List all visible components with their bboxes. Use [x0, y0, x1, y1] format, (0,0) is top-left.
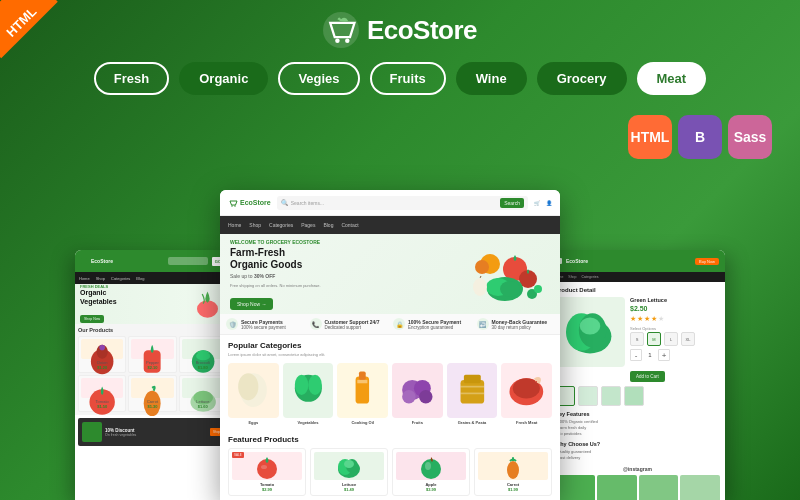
star-2: ★ — [637, 315, 643, 323]
svg-point-29 — [294, 375, 308, 395]
category-fruits[interactable]: Fruits — [392, 363, 443, 425]
left-promo-img — [82, 422, 102, 442]
product-thumbnails — [555, 386, 720, 406]
nav-pill-fresh[interactable]: Fresh — [94, 62, 169, 95]
grains-name: Grains & Pasta — [447, 420, 498, 425]
nav-pill-wine[interactable]: Wine — [456, 62, 527, 95]
svg-point-14 — [231, 205, 233, 207]
svg-point-36 — [402, 390, 416, 404]
instagram-section: @instagram — [555, 466, 720, 500]
center-search-text: Search items... — [291, 200, 324, 206]
star-1: ★ — [630, 315, 636, 323]
thumb-4[interactable] — [624, 386, 644, 406]
option-m[interactable]: M — [647, 332, 661, 346]
left-nav-shop: Shop — [96, 276, 105, 281]
qty-minus[interactable]: - — [630, 349, 642, 361]
feat-lettuce[interactable]: Lettuce $1.49 — [310, 448, 388, 496]
star-5: ★ — [658, 315, 664, 323]
center-nav-home[interactable]: Home — [228, 222, 241, 228]
center-logo: EcoStore — [228, 198, 271, 208]
left-product-4[interactable]: Carrot $1.30 — [128, 375, 176, 412]
hero-btn[interactable]: Shop Now → — [230, 298, 273, 310]
key-features-section: Key Features • 100% Organic certified• F… — [555, 411, 720, 437]
nav-pill-vegies[interactable]: Vegies — [278, 62, 359, 95]
right-nav-shop: Shop — [568, 275, 576, 279]
right-buy-btn[interactable]: Buy Now — [695, 258, 719, 265]
center-features: 🛡️ Secure Payments 100% secure payment 📞… — [220, 314, 560, 335]
left-banner-btn[interactable]: Shop Now — [80, 315, 104, 323]
feat-carrot-img — [478, 452, 548, 480]
option-l[interactable]: L — [664, 332, 678, 346]
pd-options-label: Select Options — [630, 326, 720, 331]
right-nav: Home Shop Categories — [550, 272, 725, 282]
left-product-0[interactable]: Onion $1.20 — [78, 336, 126, 373]
logo-icon — [323, 12, 359, 48]
fruits-name: Fruits — [392, 420, 443, 425]
feat-tomato[interactable]: SALE Tomato $2.99 — [228, 448, 306, 496]
product-info: Green Lettuce $2.50 ★ ★ ★ ★ ★ Select Opt… — [630, 297, 720, 382]
left-p3-img — [81, 378, 123, 398]
option-s[interactable]: S — [630, 332, 644, 346]
hero-vegetables-svg — [460, 239, 550, 309]
qty-value: 1 — [645, 352, 655, 358]
feat-lettuce-img — [314, 452, 384, 480]
left-p2-img — [182, 339, 224, 359]
svg-point-6 — [99, 345, 105, 351]
svg-point-27 — [238, 373, 258, 400]
svg-rect-33 — [358, 380, 368, 383]
feature-return-desc: 30 day return policy — [492, 325, 548, 330]
add-to-cart-button[interactable]: Add to Cart — [630, 371, 665, 382]
nav-pills: Fresh Organic Vegies Fruits Wine Grocery… — [94, 62, 706, 95]
nav-pill-organic[interactable]: Organic — [179, 62, 268, 95]
center-account-icon: 👤 — [546, 200, 552, 206]
veg-img — [283, 363, 334, 418]
hero-image — [460, 239, 550, 309]
center-nav-pages[interactable]: Pages — [301, 222, 315, 228]
left-screen-header: EcoStore GO — [75, 250, 230, 272]
thumb-2[interactable] — [578, 386, 598, 406]
category-grains[interactable]: Grains & Pasta — [447, 363, 498, 425]
right-section-title: Product Detail — [555, 287, 720, 293]
nav-pill-fruits[interactable]: Fruits — [370, 62, 446, 95]
left-product-1[interactable]: Pepper $2.10 — [128, 336, 176, 373]
center-nav-categories[interactable]: Categories — [269, 222, 293, 228]
left-product-3[interactable]: Tomato $1.50 — [78, 375, 126, 412]
oil-img — [337, 363, 388, 418]
center-search[interactable]: 🔍 Search items... Search — [277, 196, 528, 210]
insta-img-3[interactable] — [639, 475, 679, 500]
svg-point-0 — [323, 12, 359, 48]
insta-img-2[interactable] — [597, 475, 637, 500]
category-eggs[interactable]: Eggs — [228, 363, 279, 425]
category-meat[interactable]: Fresh Meat — [501, 363, 552, 425]
left-promo: 10% Discount On fresh vegetables Shop — [78, 418, 227, 446]
feat-apple[interactable]: Apple $3.99 — [392, 448, 470, 496]
center-nav-blog[interactable]: Blog — [323, 222, 333, 228]
thumb-3[interactable] — [601, 386, 621, 406]
insta-img-1[interactable] — [555, 475, 595, 500]
category-oil[interactable]: Cooking Oil — [337, 363, 388, 425]
center-search-button[interactable]: Search — [500, 198, 524, 208]
right-nav-cat: Categories — [582, 275, 599, 279]
insta-img-4[interactable] — [680, 475, 720, 500]
feature-encryption-title: 100% Secure Payment — [408, 319, 461, 325]
feature-return: ↩️ Money-Back Guarantee 30 day return po… — [477, 318, 555, 330]
featured-title: Featured Products — [228, 435, 552, 444]
product-main-image — [555, 297, 625, 367]
why-us-section: Why Choose Us? • Quality guaranteed• Fas… — [555, 441, 720, 461]
right-body: Product Detail Green Lettuce $2.50 — [550, 282, 725, 500]
feat-carrot[interactable]: Carrot $1.99 — [474, 448, 552, 496]
qty-plus[interactable]: + — [658, 349, 670, 361]
feat-apple-price: $3.99 — [396, 487, 466, 492]
center-hero: WELCOME TO GROCERY ECOSTORE Farm-FreshOr… — [220, 234, 560, 314]
eggs-name: Eggs — [228, 420, 279, 425]
nav-pill-grocery[interactable]: Grocery — [537, 62, 627, 95]
meat-img — [501, 363, 552, 418]
center-nav-shop[interactable]: Shop — [249, 222, 261, 228]
option-xl[interactable]: XL — [681, 332, 695, 346]
center-nav-contact[interactable]: Contact — [341, 222, 358, 228]
category-vegetables[interactable]: Vegetables — [283, 363, 334, 425]
meat-name: Fresh Meat — [501, 420, 552, 425]
instagram-title: @instagram — [555, 466, 720, 472]
center-topbar: EcoStore 🔍 Search items... Search 🛒 👤 — [220, 190, 560, 216]
nav-pill-meat[interactable]: Meat — [637, 62, 707, 95]
